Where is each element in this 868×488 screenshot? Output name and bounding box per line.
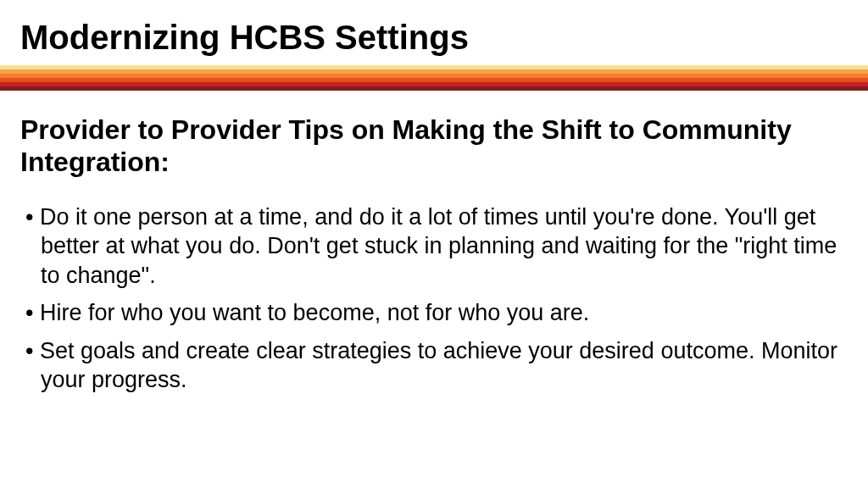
slide: Modernizing HCBS Settings Provider to Pr… <box>0 0 868 488</box>
slide-subtitle: Provider to Provider Tips on Making the … <box>0 91 868 196</box>
slide-title: Modernizing HCBS Settings <box>0 0 868 65</box>
bullet-item: Set goals and create clear strategies to… <box>20 336 848 395</box>
divider-bar <box>0 65 868 91</box>
bullet-item: Do it one person at a time, and do it a … <box>20 202 848 291</box>
bullet-item: Hire for who you want to become, not for… <box>20 298 848 328</box>
bullet-list: Do it one person at a time, and do it a … <box>0 196 868 395</box>
